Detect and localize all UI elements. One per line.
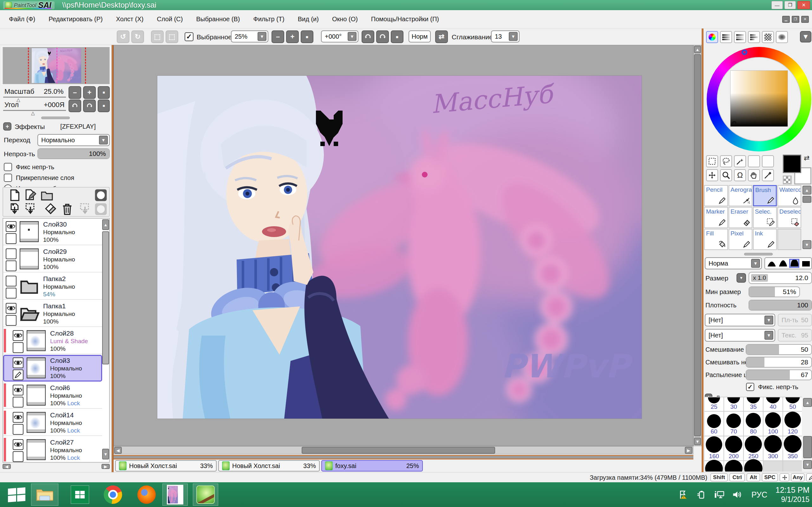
volume-icon[interactable] (732, 490, 743, 499)
brush-size[interactable]: 500 (744, 461, 763, 471)
layer-extra-toggle[interactable] (13, 397, 23, 407)
move-tool[interactable] (706, 169, 718, 181)
texture-select[interactable]: [Нет] ▼ (705, 329, 775, 342)
close-button[interactable]: ✕ (798, 1, 810, 9)
chevron-down-icon[interactable]: ▼ (509, 32, 518, 41)
brush-size[interactable]: 120 (783, 411, 802, 436)
edge-hard[interactable] (789, 259, 799, 268)
layer-row-selected[interactable]: Слой3 Нормально 100% (3, 355, 102, 382)
swap-colors-icon[interactable]: ⇄ (804, 154, 809, 162)
canvas-hscrollbar[interactable]: ◀ ▶ (113, 446, 693, 454)
hscroll-left-button[interactable]: ◀ (3, 464, 11, 469)
layer-row[interactable]: Слой29 Нормально 100% (3, 246, 102, 273)
visibility-toggle[interactable] (13, 357, 23, 368)
layer-extra-toggle[interactable] (6, 261, 16, 271)
hue-marker[interactable] (742, 49, 747, 55)
restore-button[interactable]: ❐ (784, 1, 796, 9)
layer-extra-toggle[interactable] (13, 342, 23, 353)
chevron-down-icon[interactable]: ▼ (258, 32, 266, 41)
doc-tab[interactable]: Новый Холст.sai 33% (115, 460, 217, 471)
alt-modifier-button[interactable]: Alt (747, 473, 760, 481)
minimize-button[interactable]: — (771, 1, 783, 9)
brush-size[interactable]: 300 (763, 436, 783, 461)
visibility-toggle[interactable] (6, 248, 16, 259)
menu-canvas[interactable]: Холст (X) (112, 13, 148, 25)
tool-deselect-pen[interactable]: Deselec. (777, 207, 801, 228)
blend-slider[interactable]: 50 (746, 344, 812, 355)
chevron-down-icon[interactable]: ▼ (348, 32, 357, 41)
layer-row[interactable]: Слой28 Lumi & Shade 100% (3, 328, 102, 354)
rotate-tool[interactable]: Ω (734, 169, 746, 181)
menu-help[interactable]: Помощь/Настройки (П) (367, 13, 444, 25)
brush-shape-select[interactable]: [Нет] ▼ (705, 314, 775, 326)
child-close-button[interactable]: ✕ (801, 16, 809, 23)
tool-brush[interactable]: Brush (753, 185, 777, 206)
taskbar-firefox[interactable] (135, 484, 159, 506)
panel-menu-button[interactable]: ▼ (800, 31, 811, 43)
visibility-toggle[interactable] (13, 412, 23, 423)
color-mixer-tab[interactable] (748, 31, 760, 43)
scroll-right-button[interactable]: ▶ (685, 447, 693, 454)
angle-select[interactable]: +000° ▼ (321, 31, 358, 43)
edge-square[interactable] (801, 259, 811, 268)
invert-selection-button[interactable]: ⬚ (165, 31, 178, 43)
canvas-artwork[interactable] (157, 76, 642, 418)
chevron-down-icon[interactable]: ▼ (764, 316, 773, 325)
navigator[interactable] (3, 47, 110, 84)
language-indicator[interactable]: РУС (751, 490, 767, 499)
value-marker[interactable] (732, 121, 737, 125)
layer-extra-toggle[interactable] (6, 288, 16, 298)
start-button[interactable] (4, 484, 29, 506)
redo-button[interactable]: ↻ (131, 31, 144, 43)
menu-window[interactable]: Окно (О) (328, 13, 362, 25)
space-modifier-button[interactable]: SPC (762, 473, 778, 481)
toolgrid-scroll-up[interactable]: ▲ (803, 186, 811, 194)
opacity-mix-slider[interactable]: 28 (746, 357, 812, 368)
color-wheel-tab[interactable] (706, 31, 718, 43)
paint-target-toggle[interactable] (13, 370, 23, 380)
sizes-scroll-up[interactable]: ▲ (803, 398, 812, 407)
brush-size[interactable]: 350 (783, 436, 802, 461)
toolgrid-scroll-down[interactable]: ▼ (803, 240, 811, 249)
child-minimize-button[interactable]: ▁ (782, 16, 790, 23)
hsv-slider-tab[interactable] (734, 31, 746, 43)
child-restore-button[interactable]: ❐ (792, 16, 799, 23)
rotate-cw-button[interactable] (376, 31, 389, 43)
brush-size[interactable]: 160 (704, 436, 724, 461)
power-battery-icon[interactable] (696, 490, 706, 499)
keep-opacity-checkbox[interactable]: ✓ (746, 383, 754, 391)
nav-rotate-cw-button[interactable] (83, 100, 96, 112)
brush-size[interactable]: 70 (724, 411, 744, 436)
clip-group-checkbox[interactable] (4, 174, 12, 182)
brush-size[interactable]: 30 (724, 397, 744, 411)
brush-size[interactable]: 50 (783, 397, 802, 411)
layer-extra-toggle[interactable] (6, 233, 16, 244)
tool-pixel[interactable]: Pixel (728, 229, 752, 250)
hscroll-right-button[interactable]: ▶ (101, 464, 110, 469)
pan-mode-button[interactable] (780, 473, 789, 481)
undo-button[interactable]: ↺ (117, 31, 130, 43)
sizes-scroll-thumb[interactable] (803, 436, 812, 458)
layer-row[interactable]: Слой14 Нормально 100% Lock (3, 409, 102, 436)
taskbar-painttool-sai[interactable] (193, 484, 218, 506)
magic-wand-tool[interactable] (734, 155, 746, 167)
layer-row[interactable]: Слой27 Нормально 100% Lock (3, 437, 102, 463)
taskbar-image-viewer[interactable] (162, 484, 188, 506)
scroll-up-button[interactable]: ▲ (102, 219, 109, 230)
new-layer-icon[interactable] (8, 189, 21, 202)
nav-zoom-out-button[interactable]: – (68, 86, 81, 99)
lasso-tool[interactable] (720, 155, 732, 167)
size-slider[interactable]: x 1.0 12.0 (749, 272, 812, 284)
menu-layer[interactable]: Слой (С) (153, 13, 188, 25)
brush-size[interactable]: 450 (724, 461, 744, 471)
density-slider[interactable]: 100 (749, 300, 812, 311)
visibility-toggle[interactable] (6, 221, 16, 232)
menu-file[interactable]: Файл (Ф) (4, 13, 40, 25)
brush-size[interactable]: 35 (744, 397, 763, 411)
clip-group-row[interactable]: Прикрепление слоя (4, 174, 74, 182)
taskbar-chrome[interactable] (101, 484, 125, 506)
action-center-flag-icon[interactable] (678, 490, 688, 499)
layer-extra-toggle[interactable] (13, 424, 23, 435)
brush-size[interactable]: 40 (763, 397, 783, 411)
doc-tab-active[interactable]: foxy.sai 25% (321, 460, 423, 471)
